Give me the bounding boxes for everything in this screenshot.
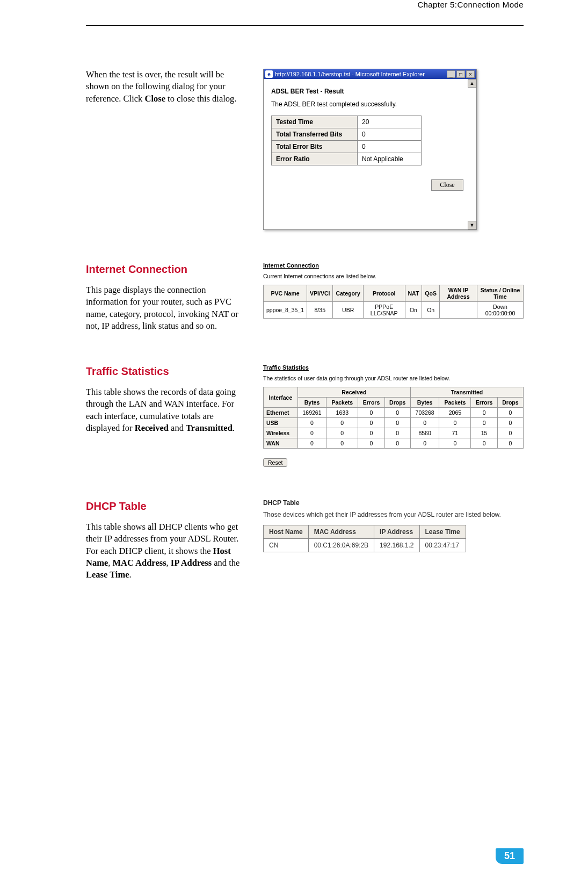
th: Host Name [264,525,309,539]
cell: CN [264,539,309,552]
th: Drops [497,398,523,408]
th: IP Address [374,525,419,539]
cell [439,302,477,319]
cell: 15 [471,428,497,438]
th: MAC Address [308,525,374,539]
panel-title: Internet Connection [263,262,524,269]
cell: PPPoE LLC/SNAP [363,302,405,319]
th: Drops [384,398,410,408]
th: Bytes [410,398,439,408]
th: QoS [422,285,440,302]
ber-description: When the test is over, the result will b… [86,69,247,105]
th: Errors [358,398,384,408]
table-row: pppoe_8_35_1 8/35 UBR PPPoE LLC/SNAP On … [264,302,524,319]
close-window-button[interactable]: × [466,70,475,78]
cell: 0 [497,418,523,428]
table-row: Tested Time20 [272,116,422,128]
reset-button[interactable]: Reset [263,458,287,467]
cell: 0 [384,428,410,438]
scroll-up-icon[interactable]: ▲ [468,79,476,88]
scroll-down-icon[interactable]: ▼ [468,221,476,229]
internet-description: This page displays the connection inform… [86,284,247,332]
section-heading-dhcp: DHCP Table [86,499,247,514]
traffic-description: This table shows the records of data goi… [86,386,247,434]
cell: 8560 [410,428,439,438]
cell: 00:23:47:17 [419,539,466,552]
minimize-button[interactable]: _ [447,70,455,78]
table-row: Ethernet169261163300703268206500 [264,408,524,418]
th: Lease Time [419,525,466,539]
cell: 0 [297,418,326,428]
cell: 192.168.1.2 [374,539,419,552]
panel-sub: Those devices which get their IP address… [263,511,524,518]
text: . [129,569,132,580]
table-row: CN 00:C1:26:0A:69:2B 192.168.1.2 00:23:4… [264,539,466,552]
text: and [169,423,186,433]
cell: 0 [471,418,497,428]
cell: 703268 [410,408,439,418]
cell: On [422,302,440,319]
internet-panel: Internet Connection Current Internet con… [263,262,524,319]
cell: 0 [326,428,358,438]
text: and the [212,558,239,568]
cell: 0 [326,438,358,449]
cell: 0 [358,141,422,153]
table-row: Total Transferred Bits0 [272,128,422,141]
maximize-button[interactable]: □ [456,70,465,78]
dialog-title: http://192.168.1.1/berstop.tst - Microso… [275,71,446,77]
cell: USB [264,418,298,428]
cell: 0 [358,438,384,449]
cell: On [405,302,422,319]
text: , [166,558,171,568]
ie-icon: e [265,70,273,78]
th: WAN IP Address [439,285,477,302]
th: Status / Online Time [477,285,524,302]
header-rule [86,25,524,26]
cell: 8/35 [307,302,333,319]
table-row: WAN00000000 [264,438,524,449]
th: VPI/VCI [307,285,333,302]
panel-sub: The statistics of user data going throug… [263,375,524,381]
cell: WAN [264,438,298,449]
cell: 0 [497,428,523,438]
cell: 2065 [439,408,471,418]
ber-result-dialog: e http://192.168.1.1/berstop.tst - Micro… [263,69,477,230]
th: Packets [439,398,471,408]
section-heading-internet: Internet Connection [86,262,247,277]
table-header-row: Host Name MAC Address IP Address Lease T… [264,525,466,539]
text-bold: Lease Time [86,569,129,580]
th: PVC Name [264,285,307,302]
cell: pppoe_8_35_1 [264,302,307,319]
dhcp-panel: DHCP Table Those devices which get their… [263,499,524,552]
cell: 0 [358,418,384,428]
cell: 0 [497,438,523,449]
table-header-row: PVC Name VPI/VCI Category Protocol NAT Q… [264,285,524,302]
cell: 0 [471,438,497,449]
th: Packets [326,398,358,408]
cell: Ethernet [264,408,298,418]
cell: 0 [297,428,326,438]
cell: 0 [358,428,384,438]
table-row: Error RatioNot Applicable [272,153,422,165]
cell: 0 [384,438,410,449]
panel-sub: Current Internet connections are listed … [263,273,524,279]
cell: Error Ratio [272,153,358,165]
cell: 0 [410,418,439,428]
cell: Total Error Bits [272,141,358,153]
cell: 0 [358,128,422,141]
text: to close this dialog. [165,93,236,104]
table-row: Wireless0000856071150 [264,428,524,438]
cell: 0 [439,438,471,449]
cell: 1633 [326,408,358,418]
cell: 0 [297,438,326,449]
dialog-titlebar: e http://192.168.1.1/berstop.tst - Micro… [264,69,476,79]
cell: 20 [358,116,422,128]
text-bold: Received [135,423,169,433]
text-bold: Close [144,93,165,104]
cell: 0 [439,418,471,428]
ber-result-table: Tested Time20 Total Transferred Bits0 To… [271,116,422,165]
th: Protocol [363,285,405,302]
text-bold: IP Address [171,558,212,568]
text-bold: MAC Address [112,558,166,568]
close-button[interactable]: Close [431,179,463,191]
